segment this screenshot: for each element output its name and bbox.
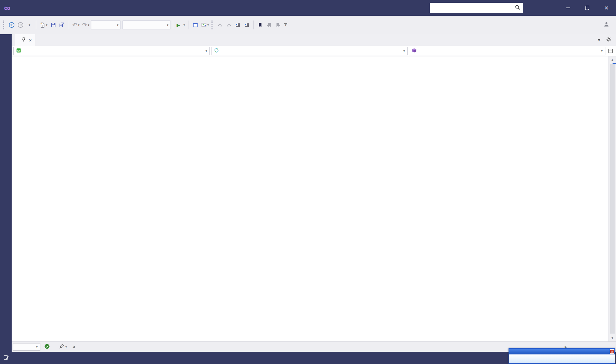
toolbar-separator [173,21,173,29]
split-window-button[interactable] [606,47,615,55]
csharp-file-icon: C# [16,48,21,54]
new-file-dropdown[interactable]: ▾ [46,23,48,27]
feedback-icon[interactable] [604,22,609,28]
title-bar: ∞ × [0,0,616,16]
attach-dropdown[interactable]: ▾ [183,23,185,27]
snapshot-dropdown[interactable]: ▾ [207,23,209,27]
restore-icon [585,6,589,10]
document-well: × ▼ C# ▾ [12,34,616,352]
close-button[interactable]: × [597,0,616,16]
attach-debugger-button[interactable]: ▶ ▾ [176,20,186,30]
zoom-dropdown[interactable]: ▾ [13,343,40,351]
background-task-icon [3,355,9,361]
chevron-down-icon: ▾ [403,49,405,53]
caret-position-marker [613,63,616,64]
active-files-dropdown-icon[interactable]: ▼ [597,38,601,42]
project-dropdown[interactable]: C# ▾ [13,47,210,55]
global-search-input[interactable] [433,5,515,11]
navigate-forward-button[interactable] [16,20,25,30]
decrease-indent-button[interactable] [234,20,242,30]
next-bookmark-button[interactable] [274,20,282,30]
document-tab-active[interactable]: × [15,34,35,46]
vs-window: ∞ × ▾ ▾ [0,0,616,364]
visual-studio-logo-icon: ∞ [0,0,14,16]
toolbar-separator [189,21,189,29]
snapshot-button[interactable]: ▾ [200,20,210,30]
tab-options-gear-icon[interactable] [606,37,611,43]
search-icon [515,5,520,11]
navigate-next-change-button[interactable] [225,20,233,30]
document-health-indicator[interactable] [40,344,56,350]
toolbar-overflow-button[interactable]: ▼ [283,23,288,27]
tab-bar: × ▼ [12,34,616,46]
notification-toast[interactable]: × [509,348,615,364]
scrollbar-thumb[interactable] [610,64,615,334]
toolbar-grip[interactable] [3,21,5,29]
chevron-down-icon: ▾ [36,345,38,349]
save-button[interactable] [49,20,57,30]
horizontal-scrollbar[interactable] [77,342,562,352]
chevron-down-icon: ▾ [65,345,67,349]
svg-text:C#: C# [17,49,20,52]
new-file-button[interactable]: ▾ [39,20,49,30]
navigation-history-dropdown[interactable]: ▾ [25,20,34,30]
navigate-back-button[interactable] [8,20,16,30]
main-area: × ▼ C# ▾ [0,34,616,352]
broom-icon [59,344,64,350]
main-toolbar: ▾ ▾ ↶▾ ↷▾ ▾ ▾ ▶ ▾ ▾ [0,16,616,34]
tool-window-strip [0,34,12,352]
type-dropdown[interactable]: ▾ [211,47,408,55]
member-dropdown[interactable]: ▾ [409,47,605,55]
vertical-scrollbar[interactable]: ▲ ▼ [608,56,616,341]
code-area[interactable] [12,56,608,341]
global-search-box[interactable] [430,3,523,13]
class-icon [214,48,219,54]
navigation-bar: C# ▾ ▾ ▾ [12,46,616,56]
toggle-bookmark-button[interactable] [256,20,264,30]
minimize-button[interactable] [559,0,578,16]
navigate-previous-change-button[interactable] [216,20,224,30]
member-icon [412,48,417,54]
restore-button[interactable] [578,0,597,16]
scroll-down-button[interactable]: ▼ [609,335,616,341]
play-icon: ▶ [177,23,180,28]
pin-icon[interactable] [22,37,26,43]
toast-message[interactable] [509,354,615,363]
window-controls: × [559,0,616,16]
toolbar-grip[interactable] [211,21,213,29]
toast-title-bar: × [509,349,615,354]
hscroll-left-button[interactable]: ◀ [70,345,77,349]
close-icon: × [604,4,608,11]
tab-close-icon[interactable]: × [29,38,32,43]
toast-close-icon[interactable]: × [610,349,614,354]
previous-bookmark-button[interactable] [265,20,273,30]
chevron-down-icon: ▾ [205,49,207,53]
increase-indent-button[interactable] [243,20,251,30]
hscroll-right-button[interactable]: ▶ [562,345,569,349]
undo-button[interactable]: ↶▾ [72,20,81,30]
scroll-up-button[interactable]: ▲ [609,56,616,63]
redo-button[interactable]: ↷▾ [81,20,90,30]
code-lines [12,56,608,57]
toolbar-separator [253,21,254,29]
scrollbar-track[interactable] [609,63,616,335]
solution-platform-combo[interactable]: ▾ [123,21,170,29]
breakpoints-window-button[interactable] [191,20,200,30]
editor-region: ▲ ▼ [12,56,616,341]
toolbar-separator [69,21,69,29]
check-circle-icon [44,344,50,350]
chevron-down-icon: ▾ [601,49,603,53]
minimize-icon [566,8,570,8]
toolbar-separator [36,21,36,29]
tab-bar-controls: ▼ [597,34,616,46]
solution-configuration-combo[interactable]: ▾ [91,21,120,29]
save-all-button[interactable] [58,20,66,30]
code-cleanup-button[interactable]: ▾ [56,344,70,350]
